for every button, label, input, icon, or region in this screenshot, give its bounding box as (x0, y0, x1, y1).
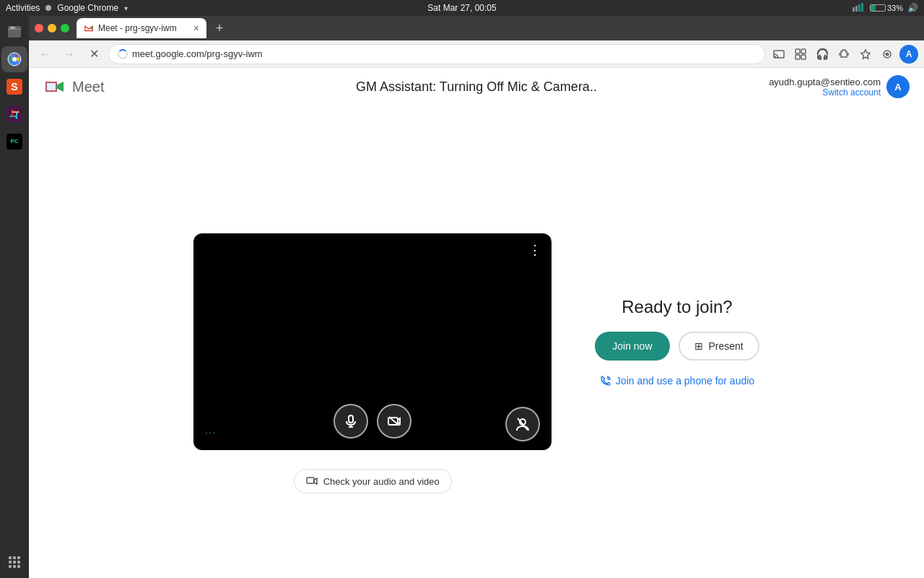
title-bar: Meet - prg-sgyv-iwm × + (29, 16, 924, 40)
svg-rect-44 (307, 478, 314, 483)
svg-rect-24 (9, 565, 12, 568)
tab-manager-icon[interactable] (791, 45, 810, 64)
window-controls[interactable] (35, 24, 69, 33)
bookmark-icon[interactable] (856, 45, 875, 64)
svg-rect-19 (13, 556, 16, 559)
ready-to-join-text: Ready to join? (622, 297, 732, 317)
forward-button[interactable]: → (59, 44, 79, 64)
address-bar[interactable]: meet.google.com/prg-sgyv-iwm (108, 44, 765, 64)
taskbar-item-files[interactable] (1, 19, 27, 45)
phone-audio-text: Join and use a phone for audio (616, 375, 754, 387)
app-dropdown-icon[interactable]: ▾ (124, 4, 128, 12)
taskbar-item-sapp[interactable]: S (1, 74, 27, 100)
back-button[interactable]: ← (35, 44, 55, 64)
svg-point-16 (17, 111, 19, 113)
svg-rect-22 (13, 561, 16, 564)
svg-rect-0 (853, 7, 855, 12)
meet-header: Meet GM Assistant: Turning Off Mic & Cam… (29, 68, 924, 105)
loading-spinner (118, 49, 128, 59)
svg-rect-21 (9, 561, 12, 564)
battery-percent: 33% (887, 4, 903, 12)
app-name-label[interactable]: Google Chrome (57, 3, 118, 13)
svg-rect-37 (349, 415, 353, 423)
reload-button[interactable]: ✕ (84, 44, 104, 64)
meet-user-text: ayudh.gupta@sentieo.com Switch account (769, 77, 881, 98)
taskbar-item-appgrid[interactable] (1, 549, 27, 575)
taskbar-item-slack[interactable] (1, 101, 27, 127)
svg-rect-18 (9, 556, 12, 559)
tab-close-button[interactable]: × (193, 23, 199, 33)
taskbar-left: S PC (0, 16, 29, 578)
maximize-button[interactable] (61, 24, 69, 33)
headphones-icon[interactable]: 🎧 (813, 45, 832, 64)
meet-avatar[interactable]: A (886, 75, 910, 98)
volume-icon[interactable]: 🔊 (907, 3, 918, 13)
tab-bar: Meet - prg-sgyv-iwm × + (77, 18, 918, 38)
meet-logo: Meet (43, 75, 104, 98)
video-controls (193, 404, 552, 439)
svg-rect-25 (13, 565, 16, 568)
present-icon: ⊞ (694, 340, 703, 352)
svg-rect-6 (10, 27, 15, 29)
switch-account-link[interactable]: Switch account (769, 87, 881, 98)
svg-rect-5 (8, 29, 21, 30)
system-bar: Activities Google Chrome ▾ Sat Mar 27, 0… (0, 0, 924, 16)
meet-page-title: GM Assistant: Turning Off Mic & Camera.. (356, 79, 597, 95)
camera-off-icon (387, 414, 401, 428)
tab-favicon (84, 23, 94, 33)
chrome-indicator (45, 5, 51, 11)
mic-toggle-button[interactable] (334, 404, 368, 439)
account-avatar[interactable]: A (899, 45, 918, 64)
svg-point-14 (10, 116, 12, 118)
svg-rect-31 (796, 55, 800, 59)
phone-audio-link[interactable]: Join and use a phone for audio (600, 375, 754, 387)
join-now-button[interactable]: Join now (595, 332, 669, 361)
phone-icon (600, 375, 611, 387)
meet-page: Meet GM Assistant: Turning Off Mic & Cam… (29, 68, 924, 578)
network-icon (853, 3, 866, 13)
meet-logo-text: Meet (72, 79, 104, 95)
taskbar-item-pycharm[interactable]: PC (1, 129, 27, 155)
svg-rect-1 (855, 6, 858, 12)
minimize-button[interactable] (48, 24, 56, 33)
present-label: Present (709, 340, 744, 352)
svg-rect-17 (12, 111, 17, 113)
chrome-window: Meet - prg-sgyv-iwm × + ← → ✕ meet.googl… (29, 16, 924, 578)
video-preview: ⋮ (193, 233, 552, 450)
system-bar-left: Activities Google Chrome ▾ (6, 3, 128, 13)
active-tab[interactable]: Meet - prg-sgyv-iwm × (77, 18, 206, 38)
taskbar-item-chrome[interactable] (1, 46, 27, 72)
svg-rect-36 (46, 82, 56, 91)
svg-rect-20 (17, 556, 20, 559)
activities-label[interactable]: Activities (6, 3, 40, 13)
new-tab-button[interactable]: + (209, 18, 230, 38)
present-button[interactable]: ⊞ Present (679, 332, 759, 361)
camera-off-person-button[interactable] (505, 407, 540, 441)
video-dots-indicator[interactable]: ... (205, 426, 217, 436)
check-av-icon (306, 475, 318, 487)
svg-rect-15 (12, 116, 17, 117)
meet-logo-icon (43, 75, 66, 98)
cast-icon[interactable] (770, 45, 788, 64)
svg-rect-23 (17, 561, 20, 564)
check-av-label: Check your audio and video (323, 476, 440, 487)
meet-main-content: ⋮ (29, 105, 924, 578)
user-email: ayudh.gupta@sentieo.com (769, 77, 881, 87)
svg-marker-33 (861, 50, 870, 59)
url-text: meet.google.com/prg-sgyv-iwm (132, 48, 263, 59)
svg-rect-30 (801, 49, 806, 53)
svg-point-9 (12, 57, 17, 61)
join-panel: Ready to join? Join now ⊞ Present Join a… (595, 297, 759, 387)
meet-user-info: ayudh.gupta@sentieo.com Switch account A (769, 75, 910, 98)
toolbar: ← → ✕ meet.google.com/prg-sgyv-iwm 🎧 (29, 40, 924, 68)
svg-line-43 (518, 418, 528, 430)
video-more-button[interactable]: ⋮ (528, 242, 543, 258)
close-button[interactable] (35, 24, 43, 33)
check-av-button[interactable]: Check your audio and video (294, 469, 452, 493)
system-bar-right: 33% 🔊 (853, 3, 918, 13)
camera-toggle-button[interactable] (377, 404, 411, 439)
mic-icon (344, 414, 358, 428)
chrome-settings-icon[interactable] (878, 45, 897, 64)
svg-rect-3 (861, 3, 863, 12)
extensions-icon[interactable] (834, 45, 853, 64)
